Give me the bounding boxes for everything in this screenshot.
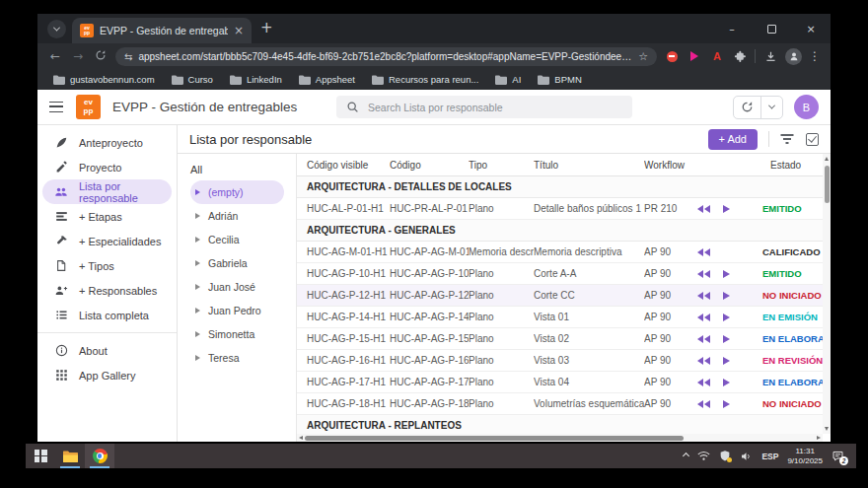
- forward-button[interactable]: →: [70, 49, 86, 63]
- column-header[interactable]: Título: [534, 160, 644, 171]
- address-bar[interactable]: ⇆ appsheet.com/start/bbb5c709-4e45-4dfe-…: [115, 47, 657, 66]
- hamburger-menu-icon[interactable]: [49, 102, 63, 112]
- maximize-button[interactable]: [752, 14, 791, 43]
- bookmark-item[interactable]: gustavobennun.com: [53, 74, 155, 85]
- rewind-icon[interactable]: [697, 292, 710, 300]
- table-row[interactable]: HUC-AG-P-14-H1HUC-AP-AG-P-14PlanoVista 0…: [297, 307, 823, 328]
- bookmark-item[interactable]: AI: [495, 74, 521, 85]
- start-button[interactable]: [26, 444, 55, 468]
- extensions-puzzle-icon[interactable]: [732, 48, 748, 64]
- group-item[interactable]: Teresa: [190, 346, 284, 370]
- rewind-icon[interactable]: [697, 335, 710, 343]
- vertical-scrollbar[interactable]: [823, 154, 831, 434]
- play-icon[interactable]: [723, 379, 730, 386]
- group-item[interactable]: Gabriela: [190, 251, 284, 275]
- vertical-scroll-thumb[interactable]: [825, 166, 830, 203]
- column-header[interactable]: Workflow: [644, 160, 693, 171]
- bookmark-item[interactable]: Curso: [172, 74, 213, 85]
- group-item[interactable]: Simonetta: [190, 322, 284, 346]
- table-row[interactable]: HUC-AG-P-10-H1HUC-AP-AG-P-10PlanoCorte A…: [297, 263, 823, 285]
- scroll-up-icon[interactable]: [825, 157, 829, 161]
- group-item[interactable]: Cecilia: [190, 228, 284, 251]
- rewind-icon[interactable]: [697, 400, 710, 408]
- sidebar-item-proyecto[interactable]: Proyecto: [37, 155, 177, 179]
- sidebar-item-responsables[interactable]: + Responsables: [37, 278, 177, 303]
- sync-button[interactable]: [734, 101, 760, 113]
- sidebar-item-especialidades[interactable]: + Especialidades: [37, 229, 177, 253]
- security-shield-icon[interactable]: [719, 450, 731, 462]
- rewind-icon[interactable]: [697, 379, 710, 386]
- select-rows-icon[interactable]: [806, 133, 819, 146]
- browser-menu-icon[interactable]: ⋮: [809, 49, 821, 63]
- add-button[interactable]: + Add: [708, 129, 758, 150]
- tray-expand-icon[interactable]: [683, 453, 689, 459]
- column-header[interactable]: Estado: [749, 160, 823, 171]
- play-icon[interactable]: [723, 314, 730, 321]
- play-icon[interactable]: [723, 357, 730, 365]
- tab-search-button[interactable]: [47, 20, 66, 38]
- bookmark-item[interactable]: Recursos para reun...: [372, 74, 478, 85]
- reload-button[interactable]: [93, 49, 108, 64]
- speaker-icon[interactable]: [740, 451, 753, 462]
- rewind-icon[interactable]: [697, 205, 710, 213]
- search-input[interactable]: Search Lista por responsable: [336, 96, 632, 118]
- sidebar-item-tipos[interactable]: + Tipos: [37, 253, 177, 278]
- sync-dropdown-button[interactable]: [761, 105, 782, 109]
- table-row[interactable]: HUC-AG-P-17-H1HUC-AP-AG-P-17PlanoVista 0…: [297, 372, 823, 393]
- wifi-icon[interactable]: [697, 451, 710, 461]
- back-button[interactable]: ←: [47, 49, 63, 63]
- tab-close-icon[interactable]: ×: [234, 24, 244, 37]
- play-icon[interactable]: [723, 335, 730, 343]
- new-tab-button[interactable]: +: [260, 19, 273, 36]
- table-row[interactable]: HUC-AG-P-16-H1HUC-AP-AG-P-16PlanoVista 0…: [297, 350, 823, 372]
- sidebar-item-about[interactable]: About: [37, 338, 177, 363]
- play-icon[interactable]: [723, 270, 730, 278]
- play-icon[interactable]: [723, 205, 730, 213]
- sidebar-item-app-gallery[interactable]: App Gallery: [37, 363, 177, 387]
- clock[interactable]: 11:31 9/10/2025: [787, 447, 823, 466]
- group-item[interactable]: Juan Pedro: [190, 299, 284, 322]
- chrome-taskbar-button[interactable]: [85, 444, 114, 468]
- rewind-icon[interactable]: [697, 270, 710, 278]
- close-button[interactable]: ×: [791, 14, 831, 43]
- table-row[interactable]: HUC-AG-P-15-H1HUC-AP-AG-P-15PlanoVista 0…: [297, 328, 823, 350]
- scroll-down-icon[interactable]: [825, 427, 829, 431]
- sidebar-item-lista-por-responsable[interactable]: Lista por responsable: [42, 179, 172, 204]
- table-row[interactable]: HUC-AG-P-18-H1HUC-AP-AG-P-18PlanoVolumet…: [297, 393, 823, 415]
- sidebar-item-lista-completa[interactable]: Lista completa: [37, 303, 177, 327]
- horizontal-scroll-thumb[interactable]: [305, 436, 684, 441]
- table-row[interactable]: HUC-AG-P-12-H1HUC-AP-AG-P-12PlanoCorte C…: [297, 285, 823, 307]
- rewind-icon[interactable]: [697, 314, 710, 321]
- extension-red-icon[interactable]: [664, 48, 680, 64]
- sidebar-item-anteproyecto[interactable]: Anteproyecto: [37, 130, 177, 155]
- play-icon[interactable]: [723, 400, 730, 408]
- bookmark-item[interactable]: Appsheet: [299, 74, 355, 85]
- filter-icon[interactable]: [780, 134, 794, 144]
- horizontal-scrollbar[interactable]: [297, 434, 823, 442]
- browser-tab[interactable]: evpp EVPP - Gestión de entregables ×: [72, 18, 252, 43]
- column-header[interactable]: Código: [390, 160, 469, 171]
- sidebar-item-etapas[interactable]: + Etapas: [37, 204, 177, 229]
- scroll-left-icon[interactable]: [299, 436, 303, 440]
- user-avatar[interactable]: B: [794, 95, 819, 119]
- file-explorer-button[interactable]: [55, 444, 85, 468]
- extension-pink-icon[interactable]: [687, 48, 702, 64]
- notification-center-button[interactable]: 2: [832, 450, 844, 462]
- extension-a-icon[interactable]: A: [709, 48, 725, 64]
- column-header[interactable]: Código visible: [307, 160, 390, 171]
- downloads-button[interactable]: [762, 48, 778, 64]
- scroll-right-icon[interactable]: [817, 436, 821, 440]
- bookmark-star-icon[interactable]: ☆: [638, 50, 648, 63]
- bookmark-item[interactable]: LinkedIn: [230, 74, 282, 85]
- rewind-icon[interactable]: [697, 357, 710, 365]
- table-row[interactable]: HUC-AG-M-01-H1HUC-AP-AG-M-01Memoria desc…: [297, 242, 823, 263]
- section-header-row[interactable]: ARQUITECTURA - GENERALES: [297, 220, 823, 242]
- language-indicator[interactable]: ESP: [761, 452, 778, 461]
- group-item[interactable]: (empty): [190, 180, 284, 204]
- site-info-icon[interactable]: ⇆: [124, 51, 132, 62]
- table-row[interactable]: HUC-AL-P-01-H1HUC-PR-AL-P-01PlanoDetalle…: [297, 198, 823, 220]
- rewind-icon[interactable]: [697, 248, 710, 256]
- minimize-button[interactable]: –: [712, 14, 752, 43]
- section-header-row[interactable]: ARQUITECTURA - DETALLES DE LOCALES: [297, 176, 823, 198]
- play-icon[interactable]: [723, 292, 730, 300]
